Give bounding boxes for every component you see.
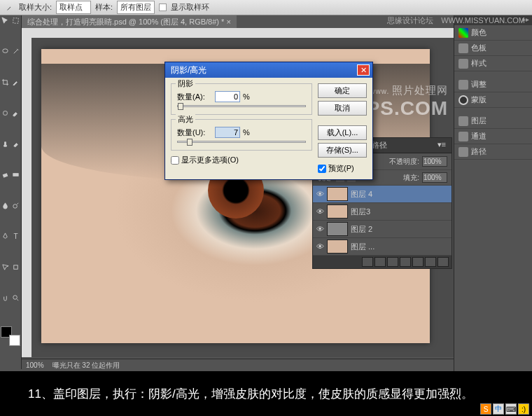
layer-name: 图层 ... — [351, 242, 374, 252]
marquee-tool[interactable] — [10, 15, 21, 26]
panel-menu-icon[interactable]: ▾≡ — [432, 138, 451, 153]
visibility-icon[interactable]: 👁 — [316, 207, 324, 216]
tray-icon[interactable]: S — [480, 403, 491, 415]
sample-select[interactable]: 所有图层 — [117, 1, 155, 14]
color-swatches[interactable] — [1, 326, 20, 346]
brush-tool[interactable] — [10, 108, 21, 118]
visibility-icon[interactable]: 👁 — [316, 242, 324, 251]
paths-icon — [458, 147, 468, 157]
new-layer-icon[interactable] — [425, 257, 436, 267]
dialog-titlebar[interactable]: 阴影/高光 ✕ — [165, 62, 372, 78]
dialog-title: 阴影/高光 — [171, 64, 206, 76]
blur-tool[interactable] — [0, 200, 10, 211]
adjustment-icon[interactable] — [400, 257, 411, 267]
tray-icon[interactable]: ⌨ — [505, 403, 517, 415]
sample-label: 样本: — [95, 2, 113, 13]
dock-label: 路径 — [471, 146, 486, 157]
shape-tool[interactable] — [10, 262, 21, 272]
link-icon[interactable] — [362, 257, 373, 267]
ok-button[interactable]: 确定 — [318, 83, 367, 98]
dock-layers[interactable]: 图层 — [454, 113, 532, 129]
highlights-slider[interactable] — [177, 141, 306, 143]
close-icon[interactable]: ✕ — [357, 64, 370, 76]
path-tool[interactable] — [0, 262, 10, 272]
swatches-icon — [458, 43, 468, 53]
layer-thumbnail — [327, 222, 348, 236]
highlights-amount-input[interactable] — [215, 127, 240, 138]
hand-tool[interactable] — [0, 293, 10, 303]
layer-row[interactable]: 👁图层3 — [313, 203, 451, 221]
fx-icon[interactable] — [374, 257, 386, 267]
stamp-tool[interactable] — [0, 139, 10, 149]
cancel-button[interactable]: 取消 — [318, 101, 367, 116]
layers-footer — [313, 256, 451, 268]
lasso-tool[interactable] — [0, 46, 10, 57]
layer-thumbnail — [327, 240, 348, 254]
move-tool[interactable] — [0, 15, 10, 26]
preview-checkbox[interactable] — [318, 165, 326, 173]
dock-adjustments[interactable]: 调整 — [454, 77, 532, 92]
zoom-tool[interactable] — [10, 293, 21, 303]
shadows-amount-input[interactable] — [215, 91, 240, 102]
highlights-group: 高光 数量(U): % — [171, 119, 312, 151]
shadows-slider[interactable] — [177, 105, 306, 107]
dock-swatches[interactable]: 色板 — [454, 41, 532, 56]
right-dock: ▸▸ 颜色 色板 样式 调整 蒙版 图层 通道 路径 — [454, 15, 532, 371]
status-bar: 100% 曝光只在 32 位起作用 — [22, 359, 454, 371]
eyedropper-tool[interactable] — [10, 77, 21, 88]
gradient-tool[interactable] — [10, 169, 21, 180]
fill-input[interactable] — [422, 172, 447, 183]
document-tabs: 综合处理，打造明亮眼睛.psd @ 100% (图层 4, RGB/8#) * … — [22, 15, 237, 28]
percent-label: % — [243, 92, 250, 101]
shadows-highlights-dialog: 阴影/高光 ✕ 阴影 数量(A): % 高光 数量(U): — [164, 62, 373, 180]
masks-icon — [458, 95, 468, 105]
save-button[interactable]: 存储(S)... — [318, 143, 367, 158]
sample-size-select[interactable]: 取样点 — [56, 1, 91, 14]
watermark-cn: 照片处理网 — [392, 84, 448, 96]
dock-color[interactable]: 颜色 — [454, 25, 532, 41]
visibility-icon[interactable]: 👁 — [316, 225, 324, 233]
layer-row[interactable]: 👁图层 4 — [313, 186, 451, 203]
dock-channels[interactable]: 通道 — [454, 129, 532, 144]
layer-thumbnail — [327, 204, 348, 219]
tray-icon[interactable]: 中 — [493, 403, 504, 415]
sample-size-label: 取样大小: — [19, 2, 52, 13]
preview-label: 预览(P) — [328, 163, 354, 174]
heal-tool[interactable] — [0, 108, 10, 118]
brand-text: 思缘设计论坛 WWW.MISSYUAN.COM — [387, 15, 525, 26]
dock-styles[interactable]: 样式 — [454, 56, 532, 71]
history-brush-tool[interactable] — [10, 139, 21, 149]
zoom-level[interactable]: 100% — [26, 361, 44, 369]
dodge-tool[interactable] — [10, 200, 21, 211]
dock-label: 色板 — [471, 43, 486, 53]
dock-label: 样式 — [471, 58, 486, 69]
document-tab[interactable]: 综合处理，打造明亮眼睛.psd @ 100% (图层 4, RGB/8#) * … — [22, 15, 237, 29]
layer-name: 图层 4 — [351, 189, 372, 200]
visibility-icon[interactable]: 👁 — [316, 190, 324, 198]
wand-tool[interactable] — [10, 46, 21, 57]
layer-row[interactable]: 👁图层 ... — [313, 238, 451, 256]
step-number: 11、 — [28, 387, 53, 401]
ruler-horizontal — [22, 28, 454, 38]
options-bar: 取样大小: 取样点 样本: 所有图层 显示取样环 — [0, 0, 532, 15]
layer-row[interactable]: 👁图层 2 — [313, 221, 451, 238]
pen-tool[interactable] — [0, 231, 10, 242]
dock-masks[interactable]: 蒙版 — [454, 92, 532, 108]
eraser-tool[interactable] — [0, 169, 10, 180]
highlights-amount-label: 数量(U): — [177, 127, 212, 138]
color-icon — [458, 28, 468, 38]
show-ring-checkbox[interactable] — [159, 4, 167, 11]
layer-name: 图层3 — [351, 207, 370, 217]
opacity-input[interactable] — [422, 156, 447, 167]
load-button[interactable]: 载入(L)... — [318, 125, 367, 140]
layers-icon — [458, 116, 468, 126]
group-icon[interactable] — [412, 257, 424, 267]
dock-paths[interactable]: 路径 — [454, 144, 532, 160]
type-tool[interactable]: T — [10, 231, 21, 242]
tray-icon[interactable]: :) — [518, 403, 529, 415]
more-options-label: 显示更多选项(O) — [181, 155, 239, 165]
crop-tool[interactable] — [0, 77, 10, 88]
trash-icon[interactable] — [438, 257, 449, 267]
more-options-checkbox[interactable] — [171, 156, 179, 165]
mask-icon[interactable] — [387, 257, 398, 267]
